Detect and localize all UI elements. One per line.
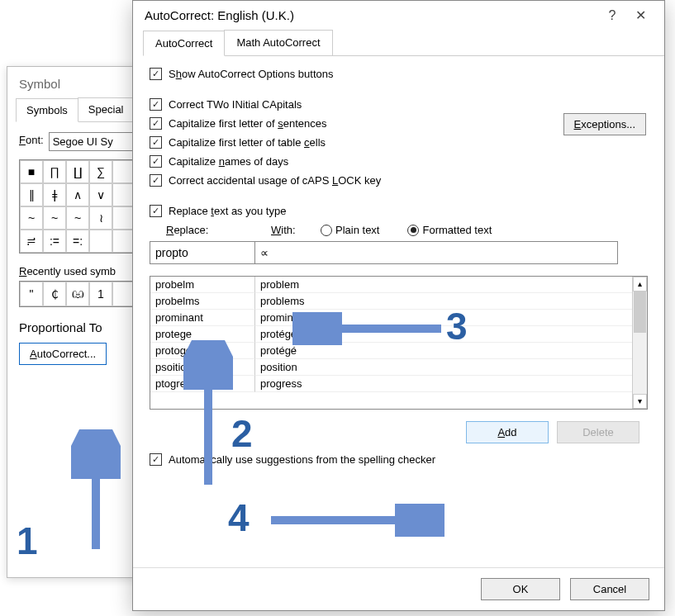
recent-symbols-row[interactable]: " ₵ ඏ 1 xyxy=(19,281,136,307)
radio-plain-text[interactable]: Plain text xyxy=(321,224,379,236)
scrollbar[interactable]: ▴ ▾ xyxy=(632,277,647,409)
symbol-cell[interactable]: ∑ xyxy=(89,160,112,183)
checkbox-first-sentence[interactable] xyxy=(150,117,162,130)
checkbox-label: Show AutoCorrect Options buttons xyxy=(169,68,333,80)
list-key[interactable]: protoge xyxy=(150,343,255,359)
replace-label: Replace: xyxy=(166,224,253,236)
scroll-up-icon[interactable]: ▴ xyxy=(633,277,647,291)
symbol-cell[interactable]: ∐ xyxy=(66,160,89,183)
symbol-cell[interactable]: ■ xyxy=(20,160,43,183)
list-val[interactable]: problem xyxy=(255,277,647,293)
symbol-cell[interactable]: ≓ xyxy=(20,230,43,253)
checkbox-two-initial-caps[interactable] xyxy=(150,98,162,111)
annotation-number-1: 1 xyxy=(17,519,38,563)
checkbox-label: Capitalize first letter of table cells xyxy=(169,136,326,149)
cancel-button[interactable]: Cancel xyxy=(570,578,649,600)
recent-cell[interactable]: ₵ xyxy=(43,282,66,306)
checkbox-replace-as-you-type[interactable] xyxy=(150,205,162,217)
annotation-number-3: 3 xyxy=(446,304,468,348)
symbol-cell[interactable]: ≀ xyxy=(89,206,112,230)
symbol-cell[interactable]: ‖ xyxy=(20,183,43,206)
autocorrect-dialog: AutoCorrect: English (U.K.) ? ✕ AutoCorr… xyxy=(132,0,665,611)
tab-special-characters[interactable]: Special xyxy=(78,97,135,121)
checkbox-caps-lock[interactable] xyxy=(150,174,162,187)
font-label: Font: xyxy=(19,134,44,146)
checkbox-use-spellcheck[interactable] xyxy=(150,453,162,466)
list-key[interactable]: protege xyxy=(150,326,255,343)
list-key[interactable]: probelm xyxy=(150,277,255,293)
close-icon[interactable]: ✕ xyxy=(626,7,654,23)
dialog-title: AutoCorrect: English (U.K.) xyxy=(145,8,294,22)
symbol-cell[interactable]: ∧ xyxy=(66,183,89,206)
list-key[interactable]: prominant xyxy=(150,310,255,326)
symbol-cell[interactable]: ∨ xyxy=(89,183,112,206)
symbol-cell[interactable]: ~ xyxy=(20,206,43,230)
checkbox-names-of-days[interactable] xyxy=(150,155,162,168)
autocorrect-button[interactable]: AutoCorrect... xyxy=(19,343,107,365)
scroll-down-icon[interactable]: ▾ xyxy=(633,394,647,409)
list-key[interactable]: psoition xyxy=(150,359,255,376)
symbol-cell[interactable]: =: xyxy=(66,230,89,253)
symbol-cell[interactable]: := xyxy=(43,230,66,253)
titlebar: AutoCorrect: English (U.K.) ? ✕ xyxy=(133,1,664,30)
list-val[interactable]: progress xyxy=(255,376,647,392)
tab-math-autocorrect[interactable]: Math AutoCorrect xyxy=(224,30,332,55)
checkbox-label: Correct accidental usage of cAPS LOCK ke… xyxy=(169,174,381,187)
recent-cell[interactable]: 1 xyxy=(89,282,112,306)
symbol-grid[interactable]: ■ ∏ ∐ ∑ ‖ ǂ ∧ ∨ ~ ~ ~ ≀ ≓ := =: xyxy=(19,159,136,254)
symbol-cell[interactable]: ~ xyxy=(43,206,66,230)
replace-input[interactable] xyxy=(150,241,255,264)
with-input[interactable] xyxy=(254,241,618,264)
ok-button[interactable]: OK xyxy=(481,578,560,600)
checkbox-label: Capitalize first letter of sentences xyxy=(169,117,326,130)
checkbox-label: Correct TWo INitial CApitals xyxy=(169,98,302,111)
tab-symbols[interactable]: Symbols xyxy=(16,98,78,122)
annotation-number-4: 4 xyxy=(228,495,250,540)
checkbox-first-table-cell[interactable] xyxy=(150,136,162,149)
annotation-number-2: 2 xyxy=(231,411,253,456)
list-key[interactable]: probelms xyxy=(150,293,255,310)
symbol-cell[interactable]: ǂ xyxy=(43,183,66,206)
list-key[interactable]: ptogress xyxy=(150,376,255,392)
recent-cell[interactable]: " xyxy=(20,282,43,306)
symbol-cell[interactable] xyxy=(89,230,112,253)
help-icon[interactable]: ? xyxy=(598,8,626,23)
symbol-cell[interactable]: ~ xyxy=(66,206,89,230)
checkbox-label: Replace text as you type xyxy=(169,205,286,217)
tab-autocorrect[interactable]: AutoCorrect xyxy=(143,31,225,56)
replacement-list[interactable]: probelmproblem probelmsproblems prominan… xyxy=(150,276,648,410)
radio-formatted-text[interactable]: Formatted text xyxy=(407,224,492,236)
delete-button: Delete xyxy=(557,421,639,443)
scroll-thumb[interactable] xyxy=(634,291,646,333)
exceptions-button[interactable]: Exceptions... xyxy=(563,113,646,135)
recent-cell[interactable]: ඏ xyxy=(66,282,89,306)
symbol-cell[interactable]: ∏ xyxy=(43,160,66,183)
checkbox-show-options[interactable] xyxy=(150,68,162,80)
checkbox-label: Capitalize names of days xyxy=(169,155,288,168)
list-val[interactable]: position xyxy=(255,359,647,376)
add-button[interactable]: Add xyxy=(466,421,549,443)
with-label: With: xyxy=(271,224,302,236)
checkbox-label: Automatically use suggestions from the s… xyxy=(169,453,435,466)
font-select[interactable] xyxy=(49,132,140,151)
